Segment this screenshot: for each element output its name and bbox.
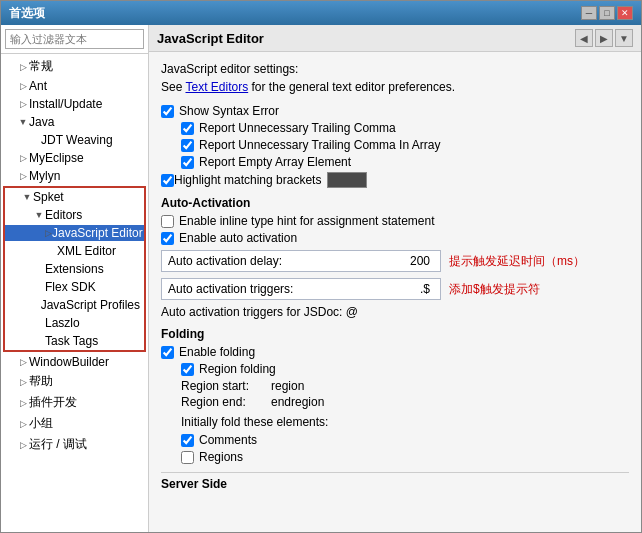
sidebar-item-small-group[interactable]: ▷ 小组 <box>1 413 148 434</box>
sidebar-item-label: 常规 <box>29 58 53 75</box>
show-syntax-error-checkbox[interactable] <box>161 105 174 118</box>
maximize-button[interactable]: □ <box>599 6 615 20</box>
auto-activation-triggers-label: Auto activation triggers: <box>168 282 390 296</box>
toggle-icon: ▼ <box>17 117 29 127</box>
sidebar-item-install-update[interactable]: ▷ Install/Update <box>1 95 148 113</box>
region-start-label: Region start: <box>181 379 271 393</box>
desc-line2: See <box>161 80 182 94</box>
report-empty-array-checkbox[interactable] <box>181 156 194 169</box>
sidebar-item-extensions[interactable]: Extensions <box>5 260 144 278</box>
toggle-icon: ▷ <box>17 419 29 429</box>
report-trailing-comma-array-label: Report Unnecessary Trailing Comma In Arr… <box>199 138 440 152</box>
toggle-icon: ▷ <box>17 99 29 109</box>
nav-arrows: ◀ ▶ ▼ <box>575 29 633 47</box>
sidebar-item-javascript-editor[interactable]: ▷ JavaScript Editor <box>5 224 144 242</box>
sidebar-item-run-debug[interactable]: ▷ 运行 / 调试 <box>1 434 148 455</box>
toggle-icon <box>33 318 45 328</box>
auto-activation-triggers-container: Auto activation triggers: .$ 添加$触发提示符 <box>161 276 629 302</box>
report-trailing-comma-checkbox[interactable] <box>181 122 194 135</box>
sidebar-item-java[interactable]: ▼ Java <box>1 113 148 131</box>
window-title: 首选项 <box>9 5 45 22</box>
sidebar-item-help[interactable]: ▷ 帮助 <box>1 371 148 392</box>
sidebar-item-jdt-weaving[interactable]: JDT Weaving <box>1 131 148 149</box>
fold-regions-checkbox[interactable] <box>181 451 194 464</box>
server-side-title: Server Side <box>161 472 629 491</box>
sidebar-item-javascript-profiles[interactable]: JavaScript Profiles <box>5 296 144 314</box>
sidebar-item-label: XML Editor <box>57 244 116 258</box>
preferences-window: 首选项 ─ □ ✕ ▷ 常规 <box>0 0 642 533</box>
toggle-icon: ▷ <box>17 62 29 72</box>
nav-back-button[interactable]: ◀ <box>575 29 593 47</box>
color-swatch[interactable] <box>327 172 367 188</box>
jsdoc-triggers-row: Auto activation triggers for JSDoc: @ <box>161 305 629 319</box>
nav-fwd-button[interactable]: ▶ <box>595 29 613 47</box>
fold-comments-row: Comments <box>161 433 629 447</box>
enable-folding-row: Enable folding <box>161 345 629 359</box>
sidebar-item-label: 插件开发 <box>29 394 77 411</box>
search-input[interactable] <box>5 29 144 49</box>
toggle-icon: ▷ <box>17 440 29 450</box>
sidebar-item-plugin-dev[interactable]: ▷ 插件开发 <box>1 392 148 413</box>
fold-comments-checkbox[interactable] <box>181 434 194 447</box>
sidebar-item-ant[interactable]: ▷ Ant <box>1 77 148 95</box>
sidebar-item-label: Editors <box>45 208 82 222</box>
enable-auto-activation-label: Enable auto activation <box>179 231 297 245</box>
tree: ▷ 常规 ▷ Ant ▷ Install/Update <box>1 54 148 532</box>
highlight-matching-row: Highlight matching brackets <box>161 172 629 188</box>
toggle-icon: ▼ <box>33 210 45 220</box>
nav-dropdown-button[interactable]: ▼ <box>615 29 633 47</box>
enable-auto-activation-checkbox[interactable] <box>161 232 174 245</box>
sidebar-item-spket[interactable]: ▼ Spket <box>5 188 144 206</box>
sidebar-item-label: Laszlo <box>45 316 80 330</box>
sidebar-item-windowbuilder[interactable]: ▷ WindowBuilder <box>1 353 148 371</box>
toggle-icon <box>33 264 45 274</box>
report-trailing-comma-row: Report Unnecessary Trailing Comma <box>161 121 629 135</box>
enable-folding-checkbox[interactable] <box>161 346 174 359</box>
sidebar-item-label: Install/Update <box>29 97 102 111</box>
sidebar-item-label: Java <box>29 115 54 129</box>
desc-line3: for the general text editor preferences. <box>252 80 455 94</box>
enable-inline-hint-checkbox[interactable] <box>161 215 174 228</box>
sidebar-item-label: Flex SDK <box>45 280 96 294</box>
region-folding-label: Region folding <box>199 362 276 376</box>
sidebar-item-label: Task Tags <box>45 334 98 348</box>
sidebar-item-label: JavaScript Profiles <box>41 298 140 312</box>
panel-body: JavaScript editor settings: See Text Edi… <box>149 52 641 532</box>
close-button[interactable]: ✕ <box>617 6 633 20</box>
section-description: JavaScript editor settings: See Text Edi… <box>161 60 629 96</box>
sidebar-item-editors[interactable]: ▼ Editors <box>5 206 144 224</box>
folding-title: Folding <box>161 327 629 341</box>
auto-activation-delay-value: 200 <box>390 254 430 268</box>
sidebar-item-normal[interactable]: ▷ 常规 <box>1 56 148 77</box>
sidebar-item-task-tags[interactable]: Task Tags <box>5 332 144 350</box>
toggle-icon: ▷ <box>17 153 29 163</box>
toggle-icon: ▷ <box>17 171 29 181</box>
auto-activation-title: Auto-Activation <box>161 196 629 210</box>
sidebar-item-label: JDT Weaving <box>41 133 113 147</box>
show-syntax-error-label: Show Syntax Error <box>179 104 279 118</box>
region-end-label: Region end: <box>181 395 271 409</box>
sidebar-item-mylyn[interactable]: ▷ Mylyn <box>1 167 148 185</box>
toggle-icon <box>33 300 41 310</box>
sidebar-item-laszlo[interactable]: Laszlo <box>5 314 144 332</box>
enable-auto-activation-row: Enable auto activation <box>161 231 629 245</box>
minimize-button[interactable]: ─ <box>581 6 597 20</box>
sidebar-item-flex-sdk[interactable]: Flex SDK <box>5 278 144 296</box>
panel-header: JavaScript Editor ◀ ▶ ▼ <box>149 25 641 52</box>
highlight-matching-checkbox[interactable] <box>161 174 174 187</box>
report-empty-array-row: Report Empty Array Element <box>161 155 629 169</box>
region-end-row: Region end: endregion <box>161 395 629 409</box>
auto-activation-delay-label: Auto activation delay: <box>168 254 390 268</box>
report-trailing-comma-label: Report Unnecessary Trailing Comma <box>199 121 396 135</box>
report-trailing-comma-array-checkbox[interactable] <box>181 139 194 152</box>
toggle-icon: ▷ <box>17 81 29 91</box>
auto-activation-delay-row: Auto activation delay: 200 <box>161 250 441 272</box>
sidebar: ▷ 常规 ▷ Ant ▷ Install/Update <box>1 25 149 532</box>
sidebar-item-label: WindowBuilder <box>29 355 109 369</box>
region-folding-checkbox[interactable] <box>181 363 194 376</box>
text-editors-link[interactable]: Text Editors <box>185 80 248 94</box>
toggle-icon: ▷ <box>17 357 29 367</box>
enable-folding-label: Enable folding <box>179 345 255 359</box>
sidebar-item-xml-editor[interactable]: XML Editor <box>5 242 144 260</box>
sidebar-item-myeclipse[interactable]: ▷ MyEclipse <box>1 149 148 167</box>
